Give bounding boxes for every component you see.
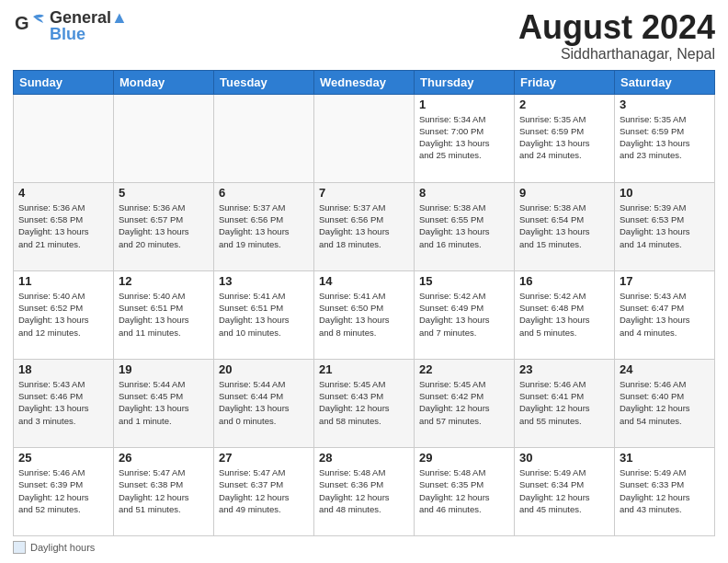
- cell-info: Sunrise: 5:44 AM Sunset: 6:44 PM Dayligh…: [219, 378, 309, 427]
- cell-info: Sunrise: 5:49 AM Sunset: 6:33 PM Dayligh…: [620, 466, 710, 515]
- week-row-4: 25Sunrise: 5:46 AM Sunset: 6:39 PM Dayli…: [14, 447, 715, 535]
- cell-date: 13: [219, 274, 309, 288]
- table-cell: 17Sunrise: 5:43 AM Sunset: 6:47 PM Dayli…: [615, 270, 715, 359]
- cell-info: Sunrise: 5:37 AM Sunset: 6:56 PM Dayligh…: [219, 201, 309, 250]
- cell-date: 9: [519, 186, 609, 200]
- cell-date: 5: [119, 186, 209, 200]
- cell-date: 25: [18, 451, 108, 465]
- table-cell: 31Sunrise: 5:49 AM Sunset: 6:33 PM Dayli…: [615, 447, 715, 535]
- cell-info: Sunrise: 5:46 AM Sunset: 6:41 PM Dayligh…: [519, 378, 609, 427]
- logo-general: General▲: [50, 9, 128, 26]
- logo: G General▲ Blue: [13, 9, 128, 42]
- cell-info: Sunrise: 5:42 AM Sunset: 6:49 PM Dayligh…: [419, 290, 509, 339]
- cell-date: 10: [620, 186, 710, 200]
- table-cell: 6Sunrise: 5:37 AM Sunset: 6:56 PM Daylig…: [214, 182, 314, 270]
- col-saturday: Saturday: [615, 70, 715, 94]
- table-cell: 30Sunrise: 5:49 AM Sunset: 6:34 PM Dayli…: [515, 447, 615, 535]
- col-tuesday: Tuesday: [214, 70, 314, 94]
- cell-date: 28: [319, 451, 409, 465]
- table-cell: [14, 94, 114, 182]
- table-cell: [214, 94, 314, 182]
- table-cell: 4Sunrise: 5:36 AM Sunset: 6:58 PM Daylig…: [14, 182, 114, 270]
- cell-date: 19: [119, 362, 209, 376]
- cell-info: Sunrise: 5:38 AM Sunset: 6:55 PM Dayligh…: [419, 201, 509, 250]
- table-cell: [314, 94, 415, 182]
- table-cell: 11Sunrise: 5:40 AM Sunset: 6:52 PM Dayli…: [14, 270, 114, 359]
- week-row-2: 11Sunrise: 5:40 AM Sunset: 6:52 PM Dayli…: [14, 270, 715, 359]
- table-cell: 1Sunrise: 5:34 AM Sunset: 7:00 PM Daylig…: [415, 94, 515, 182]
- table-cell: 26Sunrise: 5:47 AM Sunset: 6:38 PM Dayli…: [114, 447, 214, 535]
- cell-date: 30: [519, 451, 609, 465]
- cell-date: 2: [519, 98, 609, 111]
- cell-date: 18: [18, 362, 108, 376]
- cell-info: Sunrise: 5:35 AM Sunset: 6:59 PM Dayligh…: [620, 113, 710, 162]
- table-cell: 24Sunrise: 5:46 AM Sunset: 6:40 PM Dayli…: [615, 359, 715, 447]
- cell-info: Sunrise: 5:41 AM Sunset: 6:50 PM Dayligh…: [319, 290, 409, 339]
- cell-info: Sunrise: 5:46 AM Sunset: 6:40 PM Dayligh…: [620, 378, 710, 427]
- table-cell: 23Sunrise: 5:46 AM Sunset: 6:41 PM Dayli…: [515, 359, 615, 447]
- cell-info: Sunrise: 5:36 AM Sunset: 6:57 PM Dayligh…: [119, 201, 209, 250]
- cell-info: Sunrise: 5:35 AM Sunset: 6:59 PM Dayligh…: [519, 113, 609, 162]
- cell-info: Sunrise: 5:40 AM Sunset: 6:51 PM Dayligh…: [119, 290, 209, 339]
- cell-info: Sunrise: 5:46 AM Sunset: 6:39 PM Dayligh…: [18, 466, 108, 515]
- cell-info: Sunrise: 5:43 AM Sunset: 6:46 PM Dayligh…: [18, 378, 108, 427]
- cell-date: 16: [519, 274, 609, 288]
- svg-text:G: G: [15, 13, 29, 33]
- cell-date: 14: [319, 274, 409, 288]
- cell-date: 8: [419, 186, 509, 200]
- calendar-subtitle: Siddharthanagar, Nepal: [518, 46, 715, 63]
- calendar-header-row: Sunday Monday Tuesday Wednesday Thursday…: [14, 70, 715, 94]
- table-cell: 27Sunrise: 5:47 AM Sunset: 6:37 PM Dayli…: [214, 447, 314, 535]
- cell-date: 23: [519, 362, 609, 376]
- table-cell: 21Sunrise: 5:45 AM Sunset: 6:43 PM Dayli…: [314, 359, 415, 447]
- logo-blue: Blue: [50, 26, 128, 42]
- table-cell: 10Sunrise: 5:39 AM Sunset: 6:53 PM Dayli…: [615, 182, 715, 270]
- cell-info: Sunrise: 5:45 AM Sunset: 6:43 PM Dayligh…: [319, 378, 409, 427]
- week-row-0: 1Sunrise: 5:34 AM Sunset: 7:00 PM Daylig…: [14, 94, 715, 182]
- cell-date: 26: [119, 451, 209, 465]
- week-row-3: 18Sunrise: 5:43 AM Sunset: 6:46 PM Dayli…: [14, 359, 715, 447]
- cell-info: Sunrise: 5:42 AM Sunset: 6:48 PM Dayligh…: [519, 290, 609, 339]
- week-row-1: 4Sunrise: 5:36 AM Sunset: 6:58 PM Daylig…: [14, 182, 715, 270]
- cell-info: Sunrise: 5:45 AM Sunset: 6:42 PM Dayligh…: [419, 378, 509, 427]
- table-cell: 5Sunrise: 5:36 AM Sunset: 6:57 PM Daylig…: [114, 182, 214, 270]
- cell-info: Sunrise: 5:49 AM Sunset: 6:34 PM Dayligh…: [519, 466, 609, 515]
- cell-date: 3: [620, 98, 710, 111]
- cell-date: 12: [119, 274, 209, 288]
- table-cell: 8Sunrise: 5:38 AM Sunset: 6:55 PM Daylig…: [415, 182, 515, 270]
- cell-info: Sunrise: 5:40 AM Sunset: 6:52 PM Dayligh…: [18, 290, 108, 339]
- table-cell: 29Sunrise: 5:48 AM Sunset: 6:35 PM Dayli…: [415, 447, 515, 535]
- table-cell: 16Sunrise: 5:42 AM Sunset: 6:48 PM Dayli…: [515, 270, 615, 359]
- table-cell: 9Sunrise: 5:38 AM Sunset: 6:54 PM Daylig…: [515, 182, 615, 270]
- footer: Daylight hours: [13, 541, 715, 554]
- cell-info: Sunrise: 5:34 AM Sunset: 7:00 PM Dayligh…: [419, 113, 509, 162]
- table-cell: 7Sunrise: 5:37 AM Sunset: 6:56 PM Daylig…: [314, 182, 415, 270]
- table-cell: 13Sunrise: 5:41 AM Sunset: 6:51 PM Dayli…: [214, 270, 314, 359]
- logo-icon: G: [13, 9, 46, 42]
- table-cell: 15Sunrise: 5:42 AM Sunset: 6:49 PM Dayli…: [415, 270, 515, 359]
- cell-info: Sunrise: 5:47 AM Sunset: 6:38 PM Dayligh…: [119, 466, 209, 515]
- cell-info: Sunrise: 5:43 AM Sunset: 6:47 PM Dayligh…: [620, 290, 710, 339]
- cell-info: Sunrise: 5:44 AM Sunset: 6:45 PM Dayligh…: [119, 378, 209, 427]
- cell-date: 24: [620, 362, 710, 376]
- table-cell: 2Sunrise: 5:35 AM Sunset: 6:59 PM Daylig…: [515, 94, 615, 182]
- legend-item: Daylight hours: [13, 541, 95, 554]
- cell-date: 17: [620, 274, 710, 288]
- col-friday: Friday: [515, 70, 615, 94]
- table-cell: 20Sunrise: 5:44 AM Sunset: 6:44 PM Dayli…: [214, 359, 314, 447]
- title-block: August 2024 Siddharthanagar, Nepal: [518, 9, 715, 63]
- table-cell: 22Sunrise: 5:45 AM Sunset: 6:42 PM Dayli…: [415, 359, 515, 447]
- cell-date: 27: [219, 451, 309, 465]
- table-cell: [114, 94, 214, 182]
- cell-info: Sunrise: 5:37 AM Sunset: 6:56 PM Dayligh…: [319, 201, 409, 250]
- cell-date: 11: [18, 274, 108, 288]
- cell-info: Sunrise: 5:47 AM Sunset: 6:37 PM Dayligh…: [219, 466, 309, 515]
- cell-info: Sunrise: 5:41 AM Sunset: 6:51 PM Dayligh…: [219, 290, 309, 339]
- table-cell: 28Sunrise: 5:48 AM Sunset: 6:36 PM Dayli…: [314, 447, 415, 535]
- table-cell: 18Sunrise: 5:43 AM Sunset: 6:46 PM Dayli…: [14, 359, 114, 447]
- legend-label: Daylight hours: [30, 542, 95, 553]
- calendar-title: August 2024: [518, 9, 715, 46]
- col-sunday: Sunday: [14, 70, 114, 94]
- cell-date: 4: [18, 186, 108, 200]
- table-cell: 19Sunrise: 5:44 AM Sunset: 6:45 PM Dayli…: [114, 359, 214, 447]
